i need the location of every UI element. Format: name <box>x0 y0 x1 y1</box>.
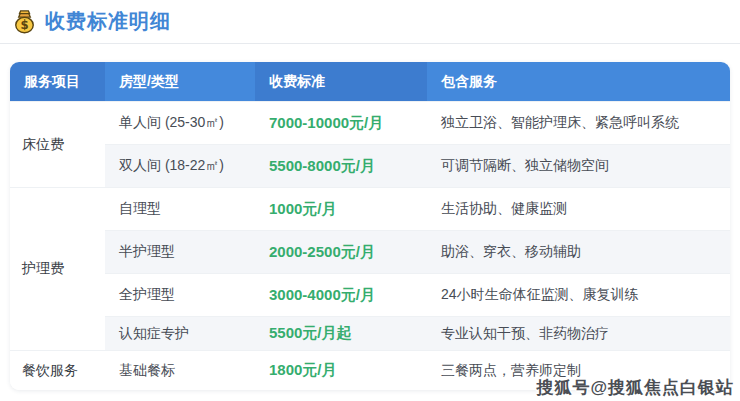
table-row: 全护理型 3000-4000元/月 24小时生命体征监测、康复训练 <box>10 273 730 316</box>
room-type-cell: 认知症专护 <box>105 316 255 350</box>
table-row: 床位费 单人间 (25-30㎡) 7000-10000元/月 独立卫浴、智能护理… <box>10 101 730 144</box>
room-type-cell: 全护理型 <box>105 273 255 316</box>
svg-text:$: $ <box>20 18 28 32</box>
price-cell: 3000-4000元/月 <box>255 273 427 316</box>
includes-cell: 助浴、穿衣、移动辅助 <box>427 230 730 273</box>
section-header: $ 收费标准明细 <box>0 0 740 44</box>
price-cell: 1800元/月 <box>255 350 427 390</box>
includes-cell: 独立卫浴、智能护理床、紧急呼叫系统 <box>427 101 730 144</box>
includes-cell: 专业认知干预、非药物治疗 <box>427 316 730 350</box>
price-cell: 2000-2500元/月 <box>255 230 427 273</box>
room-type-cell: 单人间 (25-30㎡) <box>105 101 255 144</box>
room-type-cell: 自理型 <box>105 187 255 230</box>
service-cell-bed-fee: 床位费 <box>10 101 105 187</box>
money-bag-icon: $ <box>12 9 37 34</box>
price-cell: 1000元/月 <box>255 187 427 230</box>
column-header-price: 收费标准 <box>255 62 427 101</box>
table-row: 护理费 自理型 1000元/月 生活协助、健康监测 <box>10 187 730 230</box>
watermark: 搜狐号@搜狐焦点白银站 <box>536 376 734 399</box>
includes-cell: 24小时生命体征监测、康复训练 <box>427 273 730 316</box>
service-cell-nursing-fee: 护理费 <box>10 187 105 350</box>
includes-cell: 可调节隔断、独立储物空间 <box>427 144 730 187</box>
room-type-cell: 半护理型 <box>105 230 255 273</box>
column-header-room-type: 房型/类型 <box>105 62 255 101</box>
price-cell: 7000-10000元/月 <box>255 101 427 144</box>
price-cell: 5500元/月起 <box>255 316 427 350</box>
fee-table: 服务项目 房型/类型 收费标准 包含服务 床位费 单人间 (25-30㎡) 70… <box>10 62 730 390</box>
page-title: 收费标准明细 <box>45 8 171 35</box>
column-header-includes: 包含服务 <box>427 62 730 101</box>
room-type-cell: 双人间 (18-22㎡) <box>105 144 255 187</box>
service-cell-dining: 餐饮服务 <box>10 350 105 390</box>
column-header-service: 服务项目 <box>10 62 105 101</box>
includes-cell: 生活协助、健康监测 <box>427 187 730 230</box>
table-row: 半护理型 2000-2500元/月 助浴、穿衣、移动辅助 <box>10 230 730 273</box>
price-cell: 5500-8000元/月 <box>255 144 427 187</box>
table-row: 认知症专护 5500元/月起 专业认知干预、非药物治疗 <box>10 316 730 350</box>
room-type-cell: 基础餐标 <box>105 350 255 390</box>
table-row: 双人间 (18-22㎡) 5500-8000元/月 可调节隔断、独立储物空间 <box>10 144 730 187</box>
fee-table-header: 服务项目 房型/类型 收费标准 包含服务 <box>10 62 730 101</box>
